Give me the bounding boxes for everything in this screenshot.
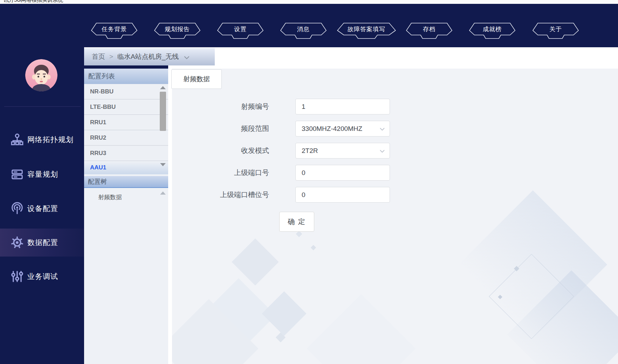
browser-title-text: 讯方5G网络模拟实训系统 <box>4 0 63 4</box>
sidebar-item-label: 容量规划 <box>27 169 58 179</box>
sidebar-divider <box>4 106 81 107</box>
tree-scroll-up-arrow[interactable] <box>160 191 166 195</box>
sidebar-item-capacity-planning[interactable]: 容量规划 <box>0 160 84 188</box>
nav-button-label: 消息 <box>280 23 327 35</box>
archive-button[interactable]: 存档 <box>406 23 452 39</box>
sidebar-item-data-config[interactable]: 数据配置 <box>0 229 84 257</box>
band-range-value: 3300MHZ-4200MHZ <box>302 125 362 133</box>
scrollbar-thumb[interactable] <box>160 92 166 131</box>
confirm-button[interactable]: 确 定 <box>279 212 314 232</box>
device-item-nr-bbu[interactable]: NR-BBU <box>84 84 168 99</box>
browser-title-strip: 讯方5G网络模拟实训系统 <box>0 0 618 4</box>
achievements-button[interactable]: 成就榜 <box>469 23 515 39</box>
device-item-rru2[interactable]: RRU2 <box>84 130 168 146</box>
breadcrumb-panel-gap <box>84 65 168 69</box>
chevron-down-icon[interactable] <box>184 56 190 59</box>
broadcast-icon <box>11 202 24 215</box>
nav-button-label: 关于 <box>533 23 579 35</box>
avatar[interactable] <box>25 59 57 91</box>
bg-diamond <box>307 294 416 364</box>
rf-number-input[interactable] <box>296 99 390 114</box>
device-item-lte-bbu[interactable]: LTE-BBU <box>84 99 168 115</box>
capacity-icon <box>11 168 24 181</box>
chevron-down-icon <box>379 149 385 153</box>
tab-rf-data[interactable]: 射频数据 <box>171 69 222 89</box>
sidebar: 网络拓扑规划 容量规划 设备配置 <box>0 4 84 364</box>
gear-icon <box>11 236 24 249</box>
nav-button-label: 规划报告 <box>154 23 200 35</box>
device-item-rru3[interactable]: RRU3 <box>84 146 168 161</box>
avatar-face-icon <box>25 59 57 91</box>
upper-port-input[interactable] <box>296 165 390 180</box>
breadcrumb: 首页 > 临水A站点机房_无线 <box>84 48 215 65</box>
config-tree-title: 配置树 <box>84 176 168 188</box>
chevron-down-icon <box>379 127 385 131</box>
top-header: 13:48 任务背景 规划报告 设置 消息 故障答案填写 存档 成就榜 <box>0 4 618 47</box>
nav-button-label: 故障答案填写 <box>337 23 396 35</box>
tree-item-rf-data[interactable]: 射频数据 <box>84 189 168 206</box>
sidebar-item-network-topology[interactable]: 网络拓扑规划 <box>0 126 84 154</box>
device-item-aau1[interactable]: AAU1 <box>84 161 168 174</box>
device-list: NR-BBU LTE-BBU RRU1 RRU2 RRU3 AAU1 <box>84 84 168 174</box>
bg-diamond <box>296 231 302 237</box>
band-range-select[interactable]: 3300MHZ-4200MHZ <box>295 121 390 136</box>
trx-mode-select[interactable]: 2T2R <box>295 143 390 159</box>
config-panel: 配置列表 NR-BBU LTE-BBU RRU1 RRU2 RRU3 AAU1 … <box>84 69 168 364</box>
upper-port-label: 上级端口号 <box>175 165 269 181</box>
upper-port-slot-input[interactable] <box>296 187 390 202</box>
bg-diamond <box>262 291 306 336</box>
sliders-icon <box>11 270 24 283</box>
main-content <box>168 47 618 364</box>
nav-button-label: 存档 <box>406 23 452 35</box>
about-button[interactable]: 关于 <box>533 23 579 39</box>
tab-label: 射频数据 <box>183 75 210 84</box>
upper-port-slot-label: 上级端口槽位号 <box>175 187 269 203</box>
breadcrumb-current: 临水A站点机房_无线 <box>117 52 179 61</box>
scroll-down-arrow[interactable] <box>160 163 166 166</box>
nav-button-label: 设置 <box>217 23 263 35</box>
settings-button[interactable]: 设置 <box>217 23 263 39</box>
trx-mode-label: 收发模式 <box>175 143 269 159</box>
config-list-title: 配置列表 <box>84 69 168 84</box>
messages-button[interactable]: 消息 <box>280 23 327 39</box>
nav-button-label: 任务背景 <box>91 23 137 35</box>
device-item-rru1[interactable]: RRU1 <box>84 115 168 130</box>
sidebar-item-device-config[interactable]: 设备配置 <box>0 195 84 223</box>
rf-number-field[interactable] <box>295 99 390 114</box>
task-background-button[interactable]: 任务背景 <box>91 23 137 39</box>
rf-number-label: 射频编号 <box>175 99 269 114</box>
planning-report-button[interactable]: 规划报告 <box>154 23 200 39</box>
bg-diamond <box>311 245 316 251</box>
sidebar-item-label: 业务调试 <box>27 272 58 281</box>
app-root: 讯方5G网络模拟实训系统 13:48 任务背景 规划报告 设置 消息 故障答案填… <box>0 0 618 364</box>
sidebar-item-service-debug[interactable]: 业务调试 <box>0 262 84 290</box>
sidebar-item-label: 网络拓扑规划 <box>27 135 74 145</box>
breadcrumb-home-link[interactable]: 首页 <box>92 52 105 61</box>
sidebar-item-label: 数据配置 <box>27 238 58 247</box>
trx-mode-value: 2T2R <box>302 147 318 155</box>
sidebar-item-label: 设备配置 <box>27 204 58 214</box>
upper-port-field[interactable] <box>295 165 390 181</box>
nav-button-label: 成就榜 <box>469 23 515 35</box>
topology-icon <box>11 133 24 146</box>
fault-answer-button[interactable]: 故障答案填写 <box>337 23 396 39</box>
band-range-label: 频段范围 <box>175 121 269 136</box>
scroll-up-arrow[interactable] <box>160 86 166 89</box>
breadcrumb-separator: > <box>109 53 113 61</box>
upper-port-slot-field[interactable] <box>295 187 390 203</box>
